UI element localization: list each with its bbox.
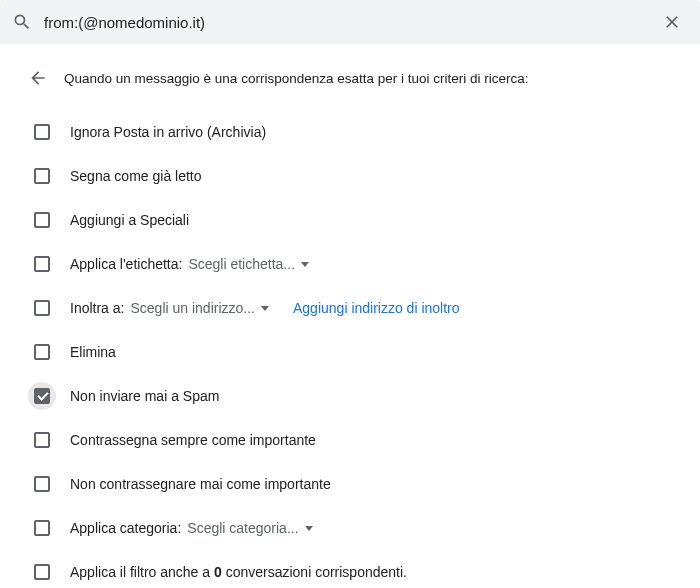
search-bar: from:(@nomedominio.it) xyxy=(0,0,700,44)
option-label: Applica categoria: xyxy=(70,520,181,536)
checkbox-always-important[interactable] xyxy=(28,426,56,454)
option-archive: Ignora Posta in arrivo (Archivia) xyxy=(20,110,680,154)
option-delete: Elimina xyxy=(20,330,680,374)
option-label: Aggiungi a Speciali xyxy=(70,212,189,228)
option-never-important: Non contrassegnare mai come importante xyxy=(20,462,680,506)
dropdown-text: Scegli etichetta... xyxy=(188,256,295,272)
option-apply-category: Applica categoria: Scegli categoria... xyxy=(20,506,680,550)
search-query[interactable]: from:(@nomedominio.it) xyxy=(44,14,656,31)
options-list: Ignora Posta in arrivo (Archivia) Segna … xyxy=(20,106,680,588)
option-label: Ignora Posta in arrivo (Archivia) xyxy=(70,124,266,140)
header-text: Quando un messaggio è una corrispondenza… xyxy=(64,71,529,86)
option-label: Elimina xyxy=(70,344,116,360)
dropdown-text: Scegli un indirizzo... xyxy=(130,300,255,316)
option-mark-read: Segna come già letto xyxy=(20,154,680,198)
panel-header: Quando un messaggio è una corrispondenza… xyxy=(20,50,680,106)
checkbox-apply-category[interactable] xyxy=(28,514,56,542)
label-dropdown[interactable]: Scegli etichetta... xyxy=(188,256,309,272)
option-label: Non inviare mai a Spam xyxy=(70,388,219,404)
category-dropdown[interactable]: Scegli categoria... xyxy=(187,520,312,536)
checkbox-apply-label[interactable] xyxy=(28,250,56,278)
option-label: Applica il filtro anche a 0 conversazion… xyxy=(70,564,407,580)
option-label: Segna come già letto xyxy=(70,168,202,184)
chevron-down-icon xyxy=(301,262,309,267)
filter-panel: Quando un messaggio è una corrispondenza… xyxy=(0,44,700,588)
option-label: Non contrassegnare mai come importante xyxy=(70,476,331,492)
chevron-down-icon xyxy=(305,526,313,531)
option-never-spam: Non inviare mai a Spam xyxy=(20,374,680,418)
checkbox-mark-read[interactable] xyxy=(28,162,56,190)
option-label: Contrassegna sempre come importante xyxy=(70,432,316,448)
option-apply-label: Applica l'etichetta: Scegli etichetta... xyxy=(20,242,680,286)
option-label: Applica l'etichetta: xyxy=(70,256,182,272)
checkbox-delete[interactable] xyxy=(28,338,56,366)
forward-address-dropdown[interactable]: Scegli un indirizzo... xyxy=(130,300,269,316)
checkbox-apply-existing[interactable] xyxy=(28,558,56,586)
option-apply-existing: Applica il filtro anche a 0 conversazion… xyxy=(20,550,680,588)
add-forward-address-link[interactable]: Aggiungi indirizzo di inoltro xyxy=(293,300,460,316)
clear-search-button[interactable] xyxy=(656,6,688,38)
dropdown-text: Scegli categoria... xyxy=(187,520,298,536)
checkbox-never-spam[interactable] xyxy=(28,382,56,410)
back-button[interactable] xyxy=(22,62,54,94)
checkbox-never-important[interactable] xyxy=(28,470,56,498)
option-forward: Inoltra a: Scegli un indirizzo... Aggiun… xyxy=(20,286,680,330)
option-star: Aggiungi a Speciali xyxy=(20,198,680,242)
checkbox-archive[interactable] xyxy=(28,118,56,146)
option-always-important: Contrassegna sempre come importante xyxy=(20,418,680,462)
back-arrow-icon xyxy=(28,68,48,88)
checkbox-star[interactable] xyxy=(28,206,56,234)
search-icon xyxy=(12,12,32,32)
option-label: Inoltra a: xyxy=(70,300,124,316)
close-icon xyxy=(662,12,682,32)
checkbox-forward[interactable] xyxy=(28,294,56,322)
chevron-down-icon xyxy=(261,306,269,311)
